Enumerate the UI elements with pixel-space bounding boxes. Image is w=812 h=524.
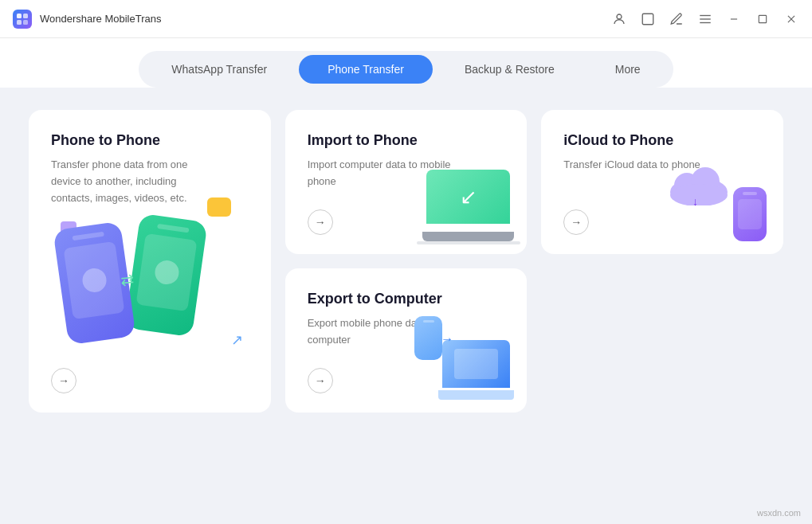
up-arrow-icon: ↗ xyxy=(231,331,243,349)
card-import-arrow[interactable]: → xyxy=(308,209,333,235)
cloud-svg xyxy=(667,162,731,205)
svg-point-4 xyxy=(617,14,622,19)
transfer-arrow-icon: ⇄ xyxy=(120,269,135,289)
phone-right xyxy=(124,213,207,337)
card-export-title: Export to Computer xyxy=(308,291,505,307)
app-logo xyxy=(13,10,32,29)
card-icloud-arrow[interactable]: → xyxy=(563,209,589,235)
laptop-base xyxy=(422,232,514,241)
cloud-phone xyxy=(733,187,767,241)
float-decoration-2 xyxy=(207,197,231,217)
card-icloud-to-phone[interactable]: iCloud to Phone Transfer iCloud data to … xyxy=(541,110,783,254)
tab-whatsapp-transfer[interactable]: WhatsApp Transfer xyxy=(143,55,296,84)
svg-rect-2 xyxy=(17,20,22,25)
card-phone-to-phone-title: Phone to Phone xyxy=(51,132,249,149)
card-icloud-title: iCloud to Phone xyxy=(563,132,761,149)
export-arrow-icon: → xyxy=(441,332,453,346)
export-laptop xyxy=(438,340,514,400)
export-laptop-base xyxy=(438,390,514,400)
maximize-button[interactable] xyxy=(755,11,771,27)
laptop-screen: ↙ xyxy=(426,170,510,224)
laptop-foot xyxy=(417,241,520,244)
card-phone-to-phone[interactable]: Phone to Phone Transfer phone data from … xyxy=(29,110,271,413)
svg-rect-0 xyxy=(17,14,22,18)
card-import-to-phone[interactable]: Import to Phone Import computer data to … xyxy=(285,110,528,254)
svg-rect-5 xyxy=(642,14,653,25)
card-phone-to-phone-arrow[interactable]: → xyxy=(51,368,76,393)
watermark: wsxdn.com xyxy=(757,508,801,518)
account-icon[interactable] xyxy=(611,11,627,27)
export-phone xyxy=(414,316,442,360)
svg-rect-1 xyxy=(23,14,28,18)
svg-rect-10 xyxy=(759,15,766,22)
window-controls xyxy=(611,11,799,27)
svg-rect-3 xyxy=(23,20,28,25)
tab-phone-transfer[interactable]: Phone Transfer xyxy=(299,55,433,84)
window-icon[interactable] xyxy=(640,11,656,27)
minimize-button[interactable] xyxy=(726,11,742,27)
svg-point-16 xyxy=(670,184,728,205)
cloud-down-arrow-icon: ↓ xyxy=(692,195,698,208)
card-export-to-computer[interactable]: Export to Computer Export mobile phone d… xyxy=(285,268,528,413)
edit-icon[interactable] xyxy=(669,11,685,27)
phone-to-phone-illustration: ⇄ ↗ xyxy=(53,190,255,365)
card-import-title: Import to Phone xyxy=(308,132,505,149)
main-content: Phone to Phone Transfer phone data from … xyxy=(0,88,812,435)
tab-backup-restore[interactable]: Backup & Restore xyxy=(436,55,583,84)
app-title: Wondershare MobileTrans xyxy=(40,13,611,25)
icloud-illustration: ↓ xyxy=(667,162,771,241)
export-illustration: → xyxy=(410,312,514,400)
titlebar: Wondershare MobileTrans xyxy=(0,0,812,38)
card-export-arrow[interactable]: → xyxy=(308,368,333,393)
tab-more[interactable]: More xyxy=(586,55,669,84)
menu-icon[interactable] xyxy=(697,11,713,27)
close-button[interactable] xyxy=(783,11,799,27)
nav-tabs-container: WhatsApp Transfer Phone Transfer Backup … xyxy=(139,51,673,88)
import-illustration: ↙ xyxy=(422,170,514,241)
nav-bar: WhatsApp Transfer Phone Transfer Backup … xyxy=(0,38,812,88)
